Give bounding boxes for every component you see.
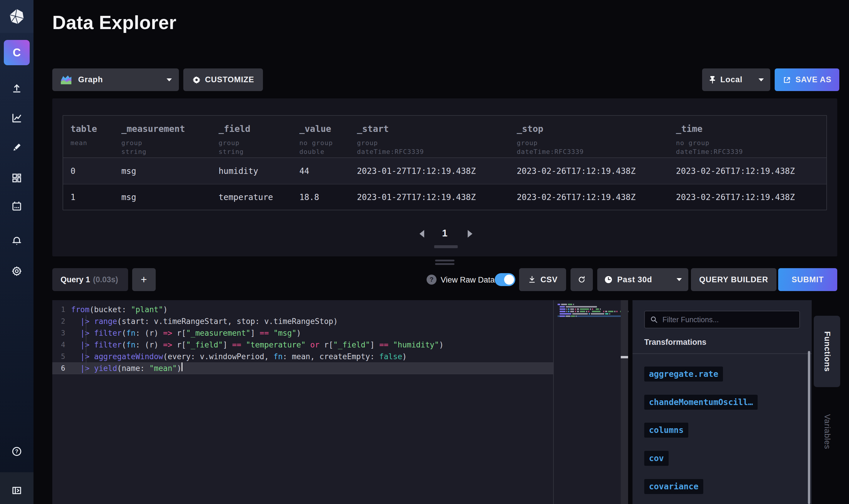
- svg-text:?: ?: [15, 449, 18, 454]
- line-number: 4: [52, 339, 71, 351]
- export-icon: [782, 75, 791, 84]
- table-row: 1msgtemperature18.82023-01-27T17:12:19.4…: [63, 184, 826, 210]
- view-type-dropdown[interactable]: Graph: [52, 68, 179, 91]
- panel-resize-handle[interactable]: [435, 263, 454, 265]
- line-number: 6: [52, 362, 71, 374]
- page-indicator: [434, 245, 458, 248]
- minimap-line: [558, 316, 621, 317]
- code-line[interactable]: 5 |> aggregateWindow(every: v.windowPeri…: [52, 351, 553, 362]
- line-number: 1: [52, 304, 71, 316]
- view-raw-data-label: View Raw Data: [441, 275, 495, 285]
- code-line[interactable]: 2 |> range(start: v.timeRangeStart, stop…: [52, 316, 553, 327]
- flux-code-editor[interactable]: 1from(bucket: "plant")2 |> range(start: …: [52, 300, 628, 504]
- divider: [632, 353, 812, 354]
- clock-icon: [604, 275, 613, 284]
- table-cell: 2023-01-27T17:12:19.438Z: [357, 192, 517, 202]
- upload-icon[interactable]: [11, 83, 22, 94]
- csv-download-button[interactable]: CSV: [519, 268, 566, 291]
- code-line[interactable]: 3 |> filter(fn: (r) => r["_measurement"]…: [52, 327, 553, 339]
- gear-icon[interactable]: [11, 266, 22, 277]
- editor-divider: [553, 300, 554, 504]
- query-tab[interactable]: Query 1 (0.03s): [52, 268, 128, 291]
- time-range-label: Past 30d: [617, 275, 652, 284]
- save-as-button[interactable]: SAVE AS: [775, 68, 839, 91]
- save-as-label: SAVE AS: [796, 75, 832, 84]
- customize-label: CUSTOMIZE: [205, 75, 254, 84]
- function-chip[interactable]: covariance: [644, 479, 703, 494]
- view-type-label: Graph: [78, 75, 103, 84]
- line-number: 3: [52, 327, 71, 339]
- app-logo[interactable]: [0, 0, 34, 33]
- line-number: 2: [52, 316, 71, 327]
- column-header: _stopgroupdateTime:RFC3339: [517, 124, 676, 158]
- download-icon: [528, 275, 537, 284]
- scope-label: Local: [720, 75, 743, 84]
- code-lines[interactable]: 1from(bucket: "plant")2 |> range(start: …: [52, 304, 553, 374]
- filter-functions-search[interactable]: [644, 311, 800, 328]
- dashboards-icon[interactable]: [11, 173, 22, 184]
- time-range-dropdown[interactable]: Past 30d: [597, 268, 688, 291]
- view-raw-data-toggle[interactable]: [495, 273, 515, 286]
- refresh-icon: [577, 275, 586, 284]
- page-number: 1: [430, 228, 459, 239]
- org-avatar[interactable]: C: [4, 40, 30, 65]
- table-cell: temperature: [219, 192, 299, 202]
- function-chip[interactable]: cov: [644, 451, 669, 466]
- csv-label: CSV: [541, 275, 558, 284]
- calendar-icon[interactable]: [11, 201, 22, 212]
- query-builder-label: QUERY BUILDER: [699, 275, 768, 284]
- tab-functions[interactable]: Functions: [814, 316, 840, 387]
- graphs-icon[interactable]: [11, 112, 22, 124]
- code-line[interactable]: 4 |> filter(fn: (r) => r["_field"] == "t…: [52, 339, 553, 351]
- help-icon[interactable]: ?: [11, 446, 22, 457]
- help-question-icon[interactable]: ?: [427, 275, 436, 285]
- table-cell: msg: [121, 192, 219, 202]
- column-header: _startgroupdateTime:RFC3339: [357, 124, 517, 158]
- indent-guide: [86, 316, 86, 374]
- scrollbar-thumb[interactable]: [621, 356, 628, 358]
- table-header-row: tablemean_measurementgroupstring_fieldgr…: [63, 116, 826, 158]
- customize-button[interactable]: CUSTOMIZE: [183, 68, 263, 91]
- minimap[interactable]: [558, 304, 621, 318]
- next-page-button[interactable]: [468, 230, 472, 238]
- query-builder-button[interactable]: QUERY BUILDER: [691, 268, 776, 291]
- table-row: 0msghumidity442023-01-27T17:12:19.438Z20…: [63, 158, 826, 184]
- section-title: Transformations: [644, 338, 706, 347]
- editor-scrollbar[interactable]: [621, 300, 628, 504]
- area-chart-icon: [59, 74, 73, 86]
- text-cursor: [182, 362, 182, 371]
- table-cell: 0: [71, 166, 121, 176]
- table-cell: humidity: [219, 166, 299, 176]
- minimap-line: [558, 311, 621, 312]
- panel-scrollbar-thumb[interactable]: [808, 351, 810, 504]
- results-panel: tablemean_measurementgroupstring_fieldgr…: [52, 98, 837, 256]
- table-cell: 2023-02-26T17:12:19.438Z: [517, 192, 676, 202]
- tab-variables[interactable]: Variables: [814, 408, 840, 455]
- chevron-down-icon: [759, 78, 764, 82]
- gear-icon: [192, 75, 201, 84]
- edit-icon[interactable]: [11, 142, 22, 153]
- add-query-button[interactable]: +: [132, 268, 156, 291]
- column-header: _timeno groupdateTime:RFC3339: [676, 124, 826, 158]
- panel-resize-handle[interactable]: [435, 259, 454, 262]
- table-cell: 2023-02-26T17:12:19.438Z: [517, 166, 676, 176]
- column-header: tablemean: [71, 124, 121, 158]
- line-number: 5: [52, 351, 71, 362]
- minimap-line: [558, 306, 621, 307]
- search-input[interactable]: [663, 316, 795, 324]
- function-chip[interactable]: chandeMomentumOscill…: [644, 395, 758, 410]
- search-icon: [650, 315, 658, 324]
- expand-panel-icon[interactable]: [11, 485, 22, 496]
- column-header: _fieldgroupstring: [219, 124, 299, 158]
- code-line[interactable]: 1from(bucket: "plant"): [52, 304, 553, 316]
- bell-icon[interactable]: [11, 235, 22, 247]
- function-chip[interactable]: aggregate.rate: [644, 366, 723, 381]
- prev-page-button[interactable]: [419, 230, 424, 238]
- code-line[interactable]: 6 |> yield(name: "mean"): [52, 362, 553, 374]
- scope-dropdown[interactable]: Local: [702, 68, 770, 91]
- refresh-button[interactable]: [571, 268, 593, 291]
- submit-button[interactable]: SUBMIT: [778, 268, 837, 291]
- minimap-line: [558, 313, 621, 314]
- function-chip[interactable]: columns: [644, 422, 688, 438]
- functions-panel: Transformations aggregate.ratechandeMome…: [632, 300, 812, 504]
